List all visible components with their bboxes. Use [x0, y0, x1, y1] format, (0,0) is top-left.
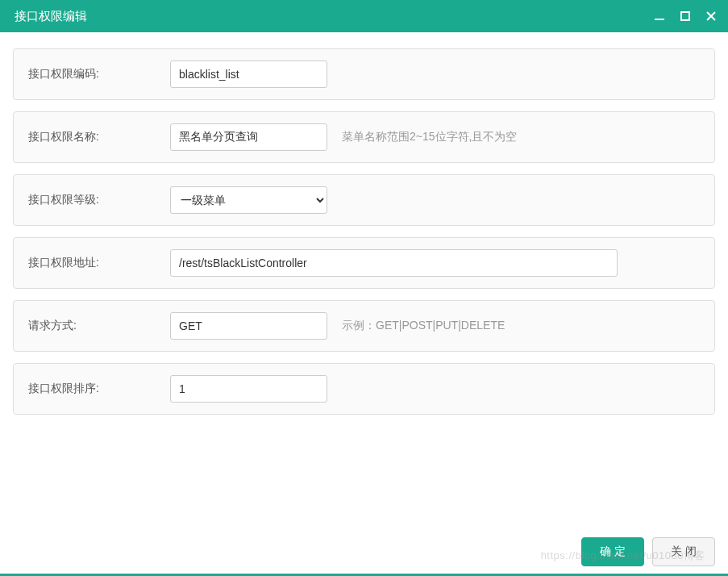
label-method: 请求方式: — [25, 319, 170, 333]
input-address[interactable] — [170, 249, 618, 277]
label-code: 接口权限编码: — [25, 67, 170, 81]
window-controls — [652, 9, 718, 23]
confirm-button[interactable]: 确 定 — [581, 537, 644, 566]
row-name: 接口权限名称: 菜单名称范围2~15位字符,且不为空 — [13, 111, 715, 163]
hint-method: 示例：GET|POST|PUT|DELETE — [342, 319, 505, 333]
input-name[interactable] — [170, 123, 327, 151]
close-button[interactable]: 关 闭 — [652, 537, 715, 566]
row-address: 接口权限地址: — [13, 237, 715, 289]
select-level[interactable]: 一级菜单 — [170, 186, 327, 214]
label-level: 接口权限等级: — [25, 193, 170, 207]
input-method[interactable] — [170, 312, 327, 340]
input-order[interactable] — [170, 375, 327, 403]
title-bar: 接口权限编辑 — [0, 0, 728, 32]
minimize-icon[interactable] — [652, 9, 667, 23]
svg-rect-1 — [681, 12, 689, 20]
input-code[interactable] — [170, 61, 327, 88]
row-code: 接口权限编码: — [13, 48, 715, 100]
row-method: 请求方式: 示例：GET|POST|PUT|DELETE — [13, 300, 715, 352]
hint-name: 菜单名称范围2~15位字符,且不为空 — [342, 130, 517, 144]
maximize-icon[interactable] — [678, 9, 693, 23]
label-address: 接口权限地址: — [25, 256, 170, 270]
label-name: 接口权限名称: — [25, 130, 170, 144]
window-title: 接口权限编辑 — [15, 9, 87, 24]
close-icon[interactable] — [704, 9, 718, 23]
row-order: 接口权限排序: — [13, 363, 715, 415]
row-level: 接口权限等级: 一级菜单 — [13, 174, 715, 226]
label-order: 接口权限排序: — [25, 382, 170, 396]
footer-bar: 确 定 关 闭 — [581, 537, 715, 566]
form-area: 接口权限编码: 接口权限名称: 菜单名称范围2~15位字符,且不为空 接口权限等… — [0, 32, 728, 431]
